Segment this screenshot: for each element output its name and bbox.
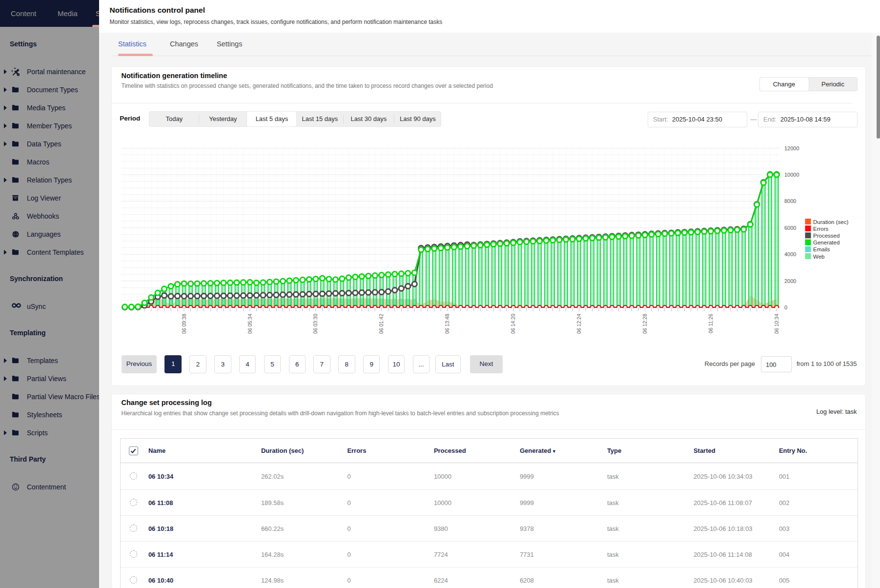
svg-text:4000: 4000 bbox=[784, 251, 796, 257]
svg-text:Processed: Processed bbox=[813, 233, 839, 239]
svg-text:06 11:26: 06 11:26 bbox=[707, 314, 713, 333]
svg-text:8000: 8000 bbox=[784, 198, 796, 204]
svg-text:10000: 10000 bbox=[784, 172, 799, 178]
svg-text:Duration (sec): Duration (sec) bbox=[813, 219, 848, 225]
svg-text:Errors: Errors bbox=[813, 226, 829, 232]
svg-text:Emails: Emails bbox=[813, 246, 830, 252]
svg-text:06 03:30: 06 03:30 bbox=[312, 314, 318, 334]
svg-text:06 10:34: 06 10:34 bbox=[773, 314, 779, 334]
svg-text:Generated: Generated bbox=[813, 240, 839, 245]
svg-text:06 09:38: 06 09:38 bbox=[181, 314, 186, 334]
svg-text:2000: 2000 bbox=[784, 278, 796, 284]
svg-text:06 13:48: 06 13:48 bbox=[444, 314, 450, 334]
svg-text:06 12:28: 06 12:28 bbox=[641, 314, 647, 334]
svg-text:6000: 6000 bbox=[784, 225, 796, 231]
svg-text:12000: 12000 bbox=[784, 145, 799, 151]
svg-text:06 12:24: 06 12:24 bbox=[576, 314, 582, 334]
svg-text:Web: Web bbox=[813, 254, 824, 260]
svg-text:06 05:34: 06 05:34 bbox=[246, 314, 252, 334]
svg-text:0: 0 bbox=[784, 304, 787, 310]
svg-text:06 14:20: 06 14:20 bbox=[510, 314, 516, 334]
svg-text:06 01:42: 06 01:42 bbox=[378, 314, 384, 334]
